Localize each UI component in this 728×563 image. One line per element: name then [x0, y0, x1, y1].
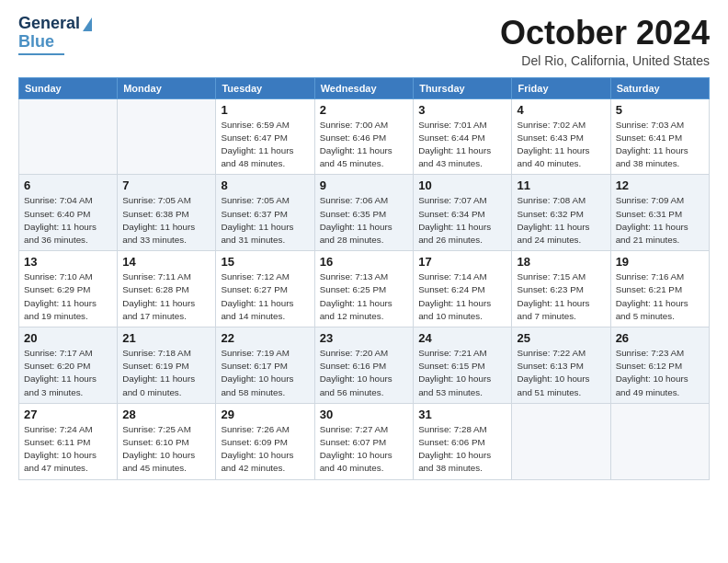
day-number: 12: [616, 178, 704, 192]
day-info: Sunrise: 7:19 AM Sunset: 6:17 PM Dayligh…: [221, 347, 309, 399]
calendar-cell: 7Sunrise: 7:05 AM Sunset: 6:38 PM Daylig…: [118, 175, 216, 251]
logo-triangle-icon: [83, 17, 92, 31]
calendar-cell: 2Sunrise: 7:00 AM Sunset: 6:46 PM Daylig…: [314, 98, 414, 175]
day-number: 11: [517, 178, 605, 192]
calendar-cell: 26Sunrise: 7:23 AM Sunset: 6:12 PM Dayli…: [610, 327, 709, 404]
calendar-cell: 5Sunrise: 7:03 AM Sunset: 6:41 PM Daylig…: [610, 98, 709, 175]
day-info: Sunrise: 7:24 AM Sunset: 6:11 PM Dayligh…: [24, 423, 112, 476]
day-number: 21: [122, 331, 210, 345]
day-info: Sunrise: 7:17 AM Sunset: 6:20 PM Dayligh…: [24, 347, 112, 399]
calendar-cell: 16Sunrise: 7:13 AM Sunset: 6:25 PM Dayli…: [314, 251, 414, 327]
day-number: 31: [418, 408, 506, 421]
col-monday: Monday: [118, 77, 216, 98]
calendar-cell: 30Sunrise: 7:27 AM Sunset: 6:07 PM Dayli…: [314, 403, 414, 479]
day-number: 2: [320, 103, 409, 117]
day-info: Sunrise: 7:04 AM Sunset: 6:40 PM Dayligh…: [24, 194, 112, 247]
day-info: Sunrise: 7:07 AM Sunset: 6:34 PM Dayligh…: [418, 194, 506, 247]
day-info: Sunrise: 7:03 AM Sunset: 6:41 PM Dayligh…: [616, 119, 704, 171]
calendar-header-row: Sunday Monday Tuesday Wednesday Thursday…: [19, 77, 710, 98]
calendar-cell: 10Sunrise: 7:07 AM Sunset: 6:34 PM Dayli…: [414, 175, 512, 251]
day-info: Sunrise: 7:23 AM Sunset: 6:12 PM Dayligh…: [616, 347, 704, 399]
calendar-cell: 4Sunrise: 7:02 AM Sunset: 6:43 PM Daylig…: [512, 98, 610, 175]
day-number: 4: [517, 103, 605, 117]
day-number: 14: [122, 255, 210, 269]
day-info: Sunrise: 7:16 AM Sunset: 6:21 PM Dayligh…: [616, 270, 704, 323]
calendar-cell: [610, 403, 709, 479]
day-info: Sunrise: 7:11 AM Sunset: 6:28 PM Dayligh…: [122, 270, 210, 323]
day-number: 22: [221, 331, 309, 345]
calendar-cell: [19, 98, 118, 175]
day-number: 24: [418, 331, 506, 345]
day-number: 17: [418, 255, 506, 269]
calendar-cell: [118, 98, 216, 175]
day-number: 29: [221, 408, 309, 421]
calendar-week-row: 27Sunrise: 7:24 AM Sunset: 6:11 PM Dayli…: [19, 403, 710, 479]
logo-blue-text: Blue: [18, 33, 54, 52]
calendar: Sunday Monday Tuesday Wednesday Thursday…: [18, 77, 710, 480]
col-friday: Friday: [512, 77, 610, 98]
calendar-cell: 14Sunrise: 7:11 AM Sunset: 6:28 PM Dayli…: [118, 251, 216, 327]
day-info: Sunrise: 7:10 AM Sunset: 6:29 PM Dayligh…: [24, 270, 112, 323]
day-number: 25: [517, 331, 605, 345]
calendar-cell: 19Sunrise: 7:16 AM Sunset: 6:21 PM Dayli…: [610, 251, 709, 327]
calendar-cell: 18Sunrise: 7:15 AM Sunset: 6:23 PM Dayli…: [512, 251, 610, 327]
day-info: Sunrise: 7:22 AM Sunset: 6:13 PM Dayligh…: [517, 347, 605, 399]
day-info: Sunrise: 7:18 AM Sunset: 6:19 PM Dayligh…: [122, 347, 210, 399]
day-number: 8: [221, 178, 309, 192]
calendar-week-row: 6Sunrise: 7:04 AM Sunset: 6:40 PM Daylig…: [19, 175, 710, 251]
header: General Blue October 2024 Del Rio, Calif…: [18, 15, 710, 68]
calendar-cell: 11Sunrise: 7:08 AM Sunset: 6:32 PM Dayli…: [512, 175, 610, 251]
calendar-cell: 21Sunrise: 7:18 AM Sunset: 6:19 PM Dayli…: [118, 327, 216, 404]
day-info: Sunrise: 7:01 AM Sunset: 6:44 PM Dayligh…: [418, 119, 506, 171]
day-info: Sunrise: 7:09 AM Sunset: 6:31 PM Dayligh…: [616, 194, 704, 247]
col-sunday: Sunday: [19, 77, 118, 98]
logo-text: General: [18, 15, 80, 33]
day-number: 20: [24, 331, 112, 345]
day-number: 28: [122, 408, 210, 421]
calendar-week-row: 13Sunrise: 7:10 AM Sunset: 6:29 PM Dayli…: [19, 251, 710, 327]
calendar-cell: [512, 403, 610, 479]
location: Del Rio, California, United States: [500, 53, 710, 68]
day-info: Sunrise: 7:08 AM Sunset: 6:32 PM Dayligh…: [517, 194, 605, 247]
day-number: 10: [418, 178, 506, 192]
calendar-cell: 1Sunrise: 6:59 AM Sunset: 6:47 PM Daylig…: [216, 98, 314, 175]
day-number: 5: [616, 103, 704, 117]
day-number: 1: [221, 103, 309, 117]
day-info: Sunrise: 7:21 AM Sunset: 6:15 PM Dayligh…: [418, 347, 506, 399]
day-number: 3: [418, 103, 506, 117]
day-info: Sunrise: 6:59 AM Sunset: 6:47 PM Dayligh…: [221, 119, 309, 171]
day-info: Sunrise: 7:15 AM Sunset: 6:23 PM Dayligh…: [517, 270, 605, 323]
day-number: 7: [122, 178, 210, 192]
calendar-cell: 13Sunrise: 7:10 AM Sunset: 6:29 PM Dayli…: [19, 251, 118, 327]
calendar-cell: 20Sunrise: 7:17 AM Sunset: 6:20 PM Dayli…: [19, 327, 118, 404]
col-wednesday: Wednesday: [314, 77, 414, 98]
calendar-cell: 8Sunrise: 7:05 AM Sunset: 6:37 PM Daylig…: [216, 175, 314, 251]
title-block: October 2024 Del Rio, California, United…: [500, 15, 710, 68]
calendar-cell: 15Sunrise: 7:12 AM Sunset: 6:27 PM Dayli…: [216, 251, 314, 327]
day-number: 19: [616, 255, 704, 269]
calendar-cell: 28Sunrise: 7:25 AM Sunset: 6:10 PM Dayli…: [118, 403, 216, 479]
day-info: Sunrise: 7:12 AM Sunset: 6:27 PM Dayligh…: [221, 270, 309, 323]
calendar-cell: 17Sunrise: 7:14 AM Sunset: 6:24 PM Dayli…: [414, 251, 512, 327]
day-number: 16: [320, 255, 409, 269]
day-info: Sunrise: 7:28 AM Sunset: 6:06 PM Dayligh…: [418, 423, 506, 476]
calendar-cell: 12Sunrise: 7:09 AM Sunset: 6:31 PM Dayli…: [610, 175, 709, 251]
day-info: Sunrise: 7:05 AM Sunset: 6:38 PM Dayligh…: [122, 194, 210, 247]
day-number: 18: [517, 255, 605, 269]
page: General Blue October 2024 Del Rio, Calif…: [0, 0, 728, 563]
month-title: October 2024: [500, 15, 710, 52]
day-number: 30: [320, 408, 409, 421]
calendar-cell: 3Sunrise: 7:01 AM Sunset: 6:44 PM Daylig…: [414, 98, 512, 175]
day-info: Sunrise: 7:20 AM Sunset: 6:16 PM Dayligh…: [320, 347, 409, 399]
col-tuesday: Tuesday: [216, 77, 314, 98]
day-info: Sunrise: 7:26 AM Sunset: 6:09 PM Dayligh…: [221, 423, 309, 476]
day-info: Sunrise: 7:13 AM Sunset: 6:25 PM Dayligh…: [320, 270, 409, 323]
col-thursday: Thursday: [414, 77, 512, 98]
calendar-cell: 25Sunrise: 7:22 AM Sunset: 6:13 PM Dayli…: [512, 327, 610, 404]
day-number: 9: [320, 178, 409, 192]
day-info: Sunrise: 7:02 AM Sunset: 6:43 PM Dayligh…: [517, 119, 605, 171]
calendar-cell: 9Sunrise: 7:06 AM Sunset: 6:35 PM Daylig…: [314, 175, 414, 251]
logo: General Blue: [18, 15, 92, 55]
day-info: Sunrise: 7:05 AM Sunset: 6:37 PM Dayligh…: [221, 194, 309, 247]
day-number: 6: [24, 178, 112, 192]
